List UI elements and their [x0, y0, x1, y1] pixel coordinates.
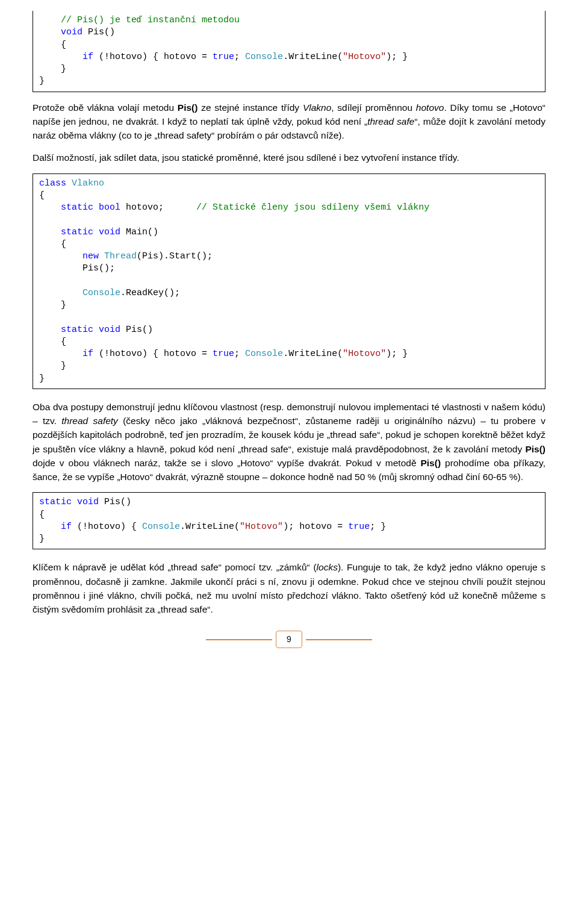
page-footer: 9 — [33, 631, 545, 648]
paragraph-2: Další možností, jak sdílet data, jsou st… — [33, 151, 545, 164]
code-block-1: // Pis() je teď instanční metodou void P… — [33, 11, 545, 92]
paragraph-1: Protože obě vlákna volají metodu Pis() z… — [33, 101, 545, 143]
page-number: 9 — [276, 631, 302, 648]
paragraph-4: Klíčem k nápravě je udělat kód „thread s… — [33, 560, 545, 616]
code-block-2: class Vlakno { static bool hotovo; // St… — [33, 173, 545, 389]
paragraph-3: Oba dva postupy demonstrují jednu klíčov… — [33, 400, 545, 484]
code-comment: // Statické členy jsou sdíleny všemi vlá… — [196, 202, 429, 213]
footer-rule-right — [306, 639, 372, 640]
code-block-3: static void Pis() { if (!hotovo) { Conso… — [33, 492, 545, 549]
footer-rule-left — [206, 639, 272, 640]
code-comment: // Pis() je teď instanční metodou — [39, 15, 240, 25]
